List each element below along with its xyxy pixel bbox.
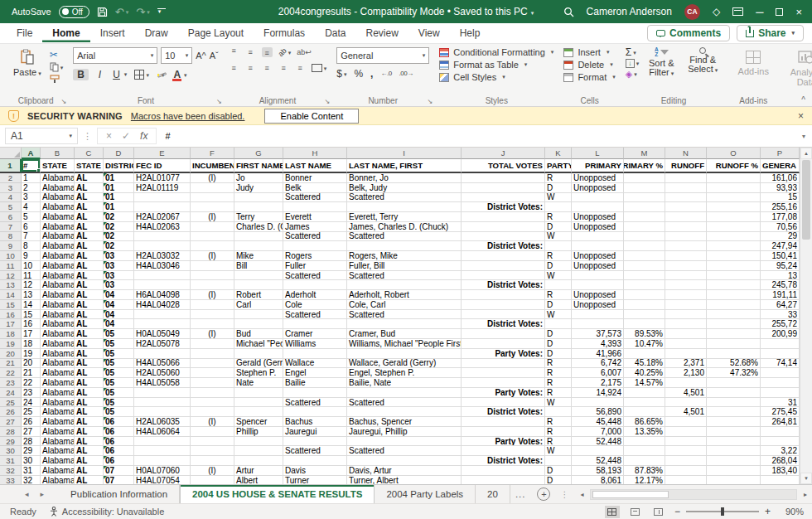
row-header-16[interactable]: 16 bbox=[0, 310, 22, 320]
clear-button[interactable]: ◈▾ bbox=[626, 70, 640, 79]
autosum-button[interactable]: Σ▾ bbox=[626, 47, 640, 57]
cell-D7[interactable]: 02 bbox=[104, 222, 134, 232]
row-header-5[interactable]: 5 bbox=[0, 202, 22, 212]
cell-P33[interactable] bbox=[761, 476, 800, 484]
cell-E25[interactable] bbox=[134, 398, 191, 408]
cell-A27[interactable]: 26 bbox=[22, 417, 41, 427]
cell-C26[interactable]: AL bbox=[75, 407, 104, 417]
cell-C11[interactable]: AL bbox=[75, 261, 104, 271]
tab-draw[interactable]: Draw bbox=[135, 24, 178, 42]
cell-G11[interactable]: Bill bbox=[234, 261, 283, 271]
cell-K21[interactable]: R bbox=[545, 359, 572, 369]
cell-G25[interactable] bbox=[234, 398, 283, 408]
scroll-left-icon[interactable]: ◂ bbox=[575, 491, 588, 498]
cell-M2[interactable] bbox=[624, 173, 665, 183]
column-header-B[interactable]: B bbox=[41, 148, 75, 159]
cell-F22[interactable] bbox=[191, 368, 234, 378]
row-header-11[interactable]: 11 bbox=[0, 261, 22, 271]
decrease-indent-button[interactable]: ≡ bbox=[278, 63, 289, 73]
row-header-17[interactable]: 17 bbox=[0, 319, 22, 329]
cell-F6[interactable]: (I) bbox=[191, 212, 234, 222]
cell-H23[interactable]: Bailie bbox=[283, 378, 347, 388]
cell-A31[interactable]: 30 bbox=[22, 456, 41, 466]
cell-F1[interactable]: INCUMBENT bbox=[191, 159, 234, 173]
cell-N11[interactable] bbox=[665, 261, 707, 271]
cell-E14[interactable]: H6AL04098 bbox=[134, 290, 191, 300]
cell-A11[interactable]: 10 bbox=[22, 261, 41, 271]
cell-B27[interactable]: Alabama bbox=[41, 417, 75, 427]
tab-insert[interactable]: Insert bbox=[90, 24, 135, 42]
cell-E33[interactable]: H4AL07054 bbox=[134, 476, 191, 484]
cell-K8[interactable]: W bbox=[545, 232, 572, 242]
cell-C24[interactable]: AL bbox=[75, 388, 104, 398]
cell-N21[interactable]: 2,371 bbox=[665, 359, 707, 369]
cell-I32[interactable]: Davis, Artur bbox=[347, 466, 462, 476]
cell-G15[interactable]: Carl bbox=[234, 300, 283, 310]
cell-F4[interactable] bbox=[191, 193, 234, 203]
row-header-15[interactable]: 15 bbox=[0, 300, 22, 310]
cell-C13[interactable]: AL bbox=[75, 280, 104, 290]
cell-B6[interactable]: Alabama bbox=[41, 212, 75, 222]
cell-N10[interactable] bbox=[665, 251, 707, 261]
row-header-1[interactable]: 1 bbox=[0, 159, 22, 173]
cell-C5[interactable]: AL bbox=[75, 202, 104, 212]
cell-G31[interactable] bbox=[234, 456, 283, 466]
cell-J5[interactable]: District Votes: bbox=[462, 202, 545, 212]
cell-P4[interactable]: 15 bbox=[761, 193, 800, 203]
cell-L28[interactable]: 7,000 bbox=[572, 427, 624, 437]
cell-N1[interactable]: RUNOFF bbox=[665, 159, 707, 173]
cell-I21[interactable]: Wallace, Gerald (Gerry) bbox=[347, 359, 462, 369]
cell-H26[interactable] bbox=[283, 407, 347, 417]
cell-G5[interactable] bbox=[234, 202, 283, 212]
cell-D12[interactable]: 03 bbox=[104, 271, 134, 281]
align-right-button[interactable]: ≡ bbox=[262, 63, 273, 73]
cell-O13[interactable] bbox=[707, 280, 761, 290]
row-header-6[interactable]: 6 bbox=[0, 212, 22, 222]
cell-K5[interactable] bbox=[545, 202, 572, 212]
cell-A15[interactable]: 14 bbox=[22, 300, 41, 310]
cell-D15[interactable]: 04 bbox=[104, 300, 134, 310]
cell-D22[interactable]: 05 bbox=[104, 368, 134, 378]
cell-P12[interactable]: 13 bbox=[761, 271, 800, 281]
row-header-25[interactable]: 25 bbox=[0, 398, 22, 408]
cell-F7[interactable] bbox=[191, 222, 234, 232]
cell-K22[interactable]: R bbox=[545, 368, 572, 378]
cell-K28[interactable]: R bbox=[545, 427, 572, 437]
sort-filter-button[interactable]: AZ Sort & Filter▾ bbox=[642, 47, 680, 78]
cell-J23[interactable] bbox=[462, 378, 545, 388]
cell-J30[interactable] bbox=[462, 446, 545, 456]
cell-L33[interactable]: 8,061 bbox=[572, 476, 624, 484]
cell-D29[interactable]: 06 bbox=[104, 437, 134, 447]
cell-O10[interactable] bbox=[707, 251, 761, 261]
addins-button[interactable]: Add-ins bbox=[732, 47, 775, 76]
sheet-tab-20[interactable]: 20 bbox=[476, 485, 510, 503]
cell-D6[interactable]: 02 bbox=[104, 212, 134, 222]
cell-B24[interactable]: Alabama bbox=[41, 388, 75, 398]
cell-B19[interactable]: Alabama bbox=[41, 339, 75, 349]
cell-N9[interactable] bbox=[665, 241, 707, 251]
cell-A2[interactable]: 1 bbox=[22, 173, 41, 183]
horizontal-scrollbar[interactable]: ◂ ▸ bbox=[575, 485, 812, 503]
tab-data[interactable]: Data bbox=[315, 24, 355, 42]
cell-L13[interactable] bbox=[572, 280, 624, 290]
cell-H22[interactable]: Engel bbox=[283, 368, 347, 378]
cell-O3[interactable] bbox=[707, 183, 761, 193]
page-layout-view-button[interactable] bbox=[628, 506, 643, 518]
cell-H30[interactable]: Scattered bbox=[283, 446, 347, 456]
middle-align-button[interactable]: ≡ bbox=[245, 47, 256, 57]
cell-B15[interactable]: Alabama bbox=[41, 300, 75, 310]
cell-F8[interactable] bbox=[191, 232, 234, 242]
cell-O21[interactable]: 52.68% bbox=[707, 359, 761, 369]
cell-D18[interactable]: 05 bbox=[104, 329, 134, 339]
cell-A12[interactable]: 11 bbox=[22, 271, 41, 281]
cell-F9[interactable] bbox=[191, 241, 234, 251]
cell-O30[interactable] bbox=[707, 446, 761, 456]
cell-K7[interactable]: D bbox=[545, 222, 572, 232]
accounting-format-button[interactable]: $▾ bbox=[336, 69, 346, 79]
cell-K11[interactable]: D bbox=[545, 261, 572, 271]
cell-D26[interactable]: 05 bbox=[104, 407, 134, 417]
number-dialog-launcher[interactable]: ↘ bbox=[427, 98, 433, 105]
cell-A18[interactable]: 17 bbox=[22, 329, 41, 339]
cell-G17[interactable] bbox=[234, 319, 283, 329]
cell-C3[interactable]: AL bbox=[75, 183, 104, 193]
